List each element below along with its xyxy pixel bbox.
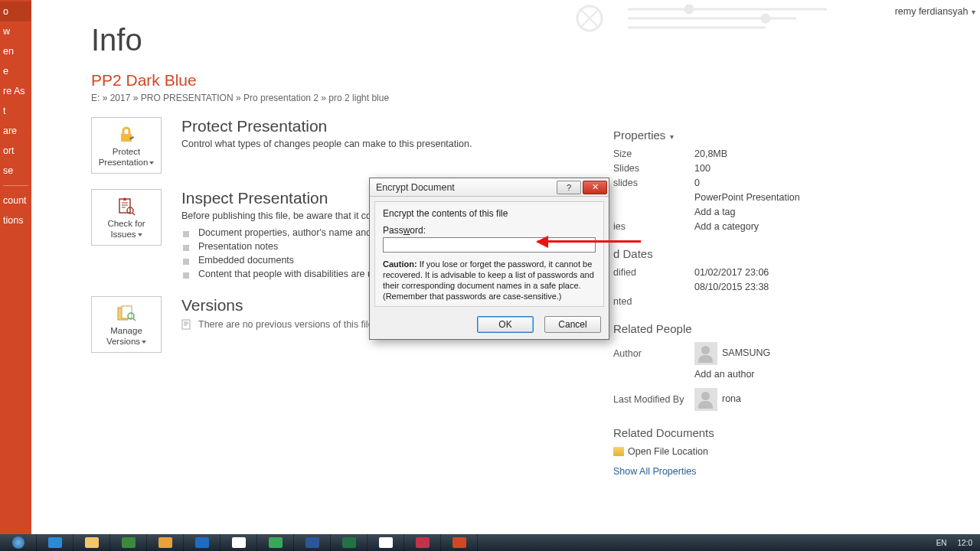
prop-printed-key: nted xyxy=(613,296,694,307)
taskbar-app[interactable] xyxy=(441,534,478,551)
ok-button[interactable]: OK xyxy=(477,316,534,333)
related-people-header: Related People xyxy=(613,322,881,335)
protect-heading: Protect Presentation xyxy=(181,117,472,135)
sidebar-item-save[interactable]: e xyxy=(0,61,31,81)
versions-icon xyxy=(116,303,137,324)
add-author-link[interactable]: Add an author xyxy=(694,369,755,380)
protect-presentation-button[interactable]: Protect Presentation xyxy=(91,117,162,174)
prop-hidden-slides-key: slides xyxy=(613,178,694,188)
dialog-title: Encrypt Document xyxy=(376,182,455,193)
related-dates-header: d Dates xyxy=(613,247,881,260)
avatar-icon xyxy=(694,342,717,365)
prop-pres-type: PowerPoint Presentation xyxy=(694,192,800,203)
prop-modified-value: 01/02/2017 23:06 xyxy=(694,267,769,278)
list-item: Document properties, author's name and xyxy=(181,226,373,240)
prop-hidden-slides-value: 0 xyxy=(694,178,700,188)
dialog-lead-text: Encrypt the contents of this file xyxy=(383,208,596,219)
taskbar-app[interactable] xyxy=(147,534,184,551)
inspect-bullet-list: Document properties, author's name and P… xyxy=(181,226,373,281)
avatar-icon xyxy=(694,388,717,411)
related-documents-header: Related Documents xyxy=(613,426,881,439)
properties-header[interactable]: Properties ▾ xyxy=(613,129,881,142)
add-tag-link[interactable]: Add a tag xyxy=(694,207,736,217)
list-item: Content that people with disabilities ar… xyxy=(181,267,373,281)
inspect-heading: Inspect Presentation xyxy=(181,189,373,207)
taskbar-app[interactable] xyxy=(294,534,331,551)
cancel-button[interactable]: Cancel xyxy=(544,316,601,333)
taskbar-app[interactable] xyxy=(368,534,404,551)
sidebar-item-print[interactable]: t xyxy=(0,101,31,121)
prop-slides-key: Slides xyxy=(613,163,694,174)
prop-size-value: 20,8MB xyxy=(694,148,727,159)
taskbar-app[interactable] xyxy=(404,534,441,551)
start-button[interactable] xyxy=(0,534,37,551)
svg-rect-8 xyxy=(182,320,190,329)
svg-rect-6 xyxy=(122,306,132,318)
sidebar-item-share[interactable]: are xyxy=(0,121,31,141)
tray-language[interactable]: EN xyxy=(936,539,947,547)
sidebar-item-info[interactable]: o xyxy=(0,2,31,21)
prop-created-value: 08/10/2015 23:38 xyxy=(694,282,769,292)
tray-clock[interactable]: 12:0 xyxy=(958,539,972,547)
encrypt-document-dialog: Encrypt Document ? ✕ Encrypt the content… xyxy=(369,178,609,340)
add-category-link[interactable]: Add a category xyxy=(694,221,759,232)
folder-icon xyxy=(613,447,624,456)
list-item: Presentation notes xyxy=(181,240,373,253)
document-title: PP2 Dark Blue xyxy=(91,71,980,90)
dialog-close-button[interactable]: ✕ xyxy=(583,181,607,194)
manage-versions-button[interactable]: Manage Versions xyxy=(91,296,162,353)
check-for-issues-button[interactable]: Check for Issues xyxy=(91,189,162,246)
taskbar-app[interactable] xyxy=(220,534,257,551)
dialog-titlebar[interactable]: Encrypt Document ? ✕ xyxy=(370,178,609,197)
user-name-label[interactable]: remy ferdiansyah ▾ xyxy=(895,6,975,17)
prop-slides-value: 100 xyxy=(694,163,710,174)
dialog-help-button[interactable]: ? xyxy=(557,181,581,194)
sidebar-item-close[interactable]: se xyxy=(0,161,31,181)
prop-lastmod-key: Last Modified By xyxy=(613,394,694,405)
sidebar-item-open[interactable]: en xyxy=(0,41,31,61)
taskbar-app[interactable] xyxy=(74,534,110,551)
sidebar-item-export[interactable]: ort xyxy=(0,141,31,161)
properties-panel: Properties ▾ Size20,8MB Slides100 slides… xyxy=(613,129,881,477)
inspect-desc: Before publishing this file, be aware th… xyxy=(181,210,373,221)
password-input[interactable] xyxy=(383,237,596,253)
page-title: Info xyxy=(91,23,980,57)
taskbar-app[interactable] xyxy=(184,534,220,551)
taskbar-app[interactable] xyxy=(37,534,74,551)
windows-taskbar: EN 12:0 xyxy=(0,534,980,551)
prop-modified-key: dified xyxy=(613,267,694,278)
prop-author-value: SAMSUNG xyxy=(722,347,770,358)
taskbar-app[interactable] xyxy=(257,534,294,551)
sidebar-item-saveas[interactable]: re As xyxy=(0,81,31,101)
prop-lastmod-value: rona xyxy=(722,393,741,404)
sidebar-item-account[interactable]: count xyxy=(0,191,31,210)
show-all-properties-link[interactable]: Show All Properties xyxy=(613,466,881,477)
system-tray[interactable]: EN 12:0 xyxy=(929,539,980,547)
list-item: Embedded documents xyxy=(181,253,373,267)
versions-heading: Versions xyxy=(181,296,376,315)
sidebar-item-options[interactable]: tions xyxy=(0,210,31,230)
prop-categories-key: ies xyxy=(613,221,694,232)
lock-icon xyxy=(116,124,136,145)
open-file-location-link[interactable]: Open File Location xyxy=(613,446,708,457)
taskbar-app[interactable] xyxy=(331,534,368,551)
taskbar-app[interactable] xyxy=(110,534,147,551)
prop-size-key: Size xyxy=(613,148,694,159)
versions-desc: There are no previous versions of this f… xyxy=(198,319,376,330)
inspect-icon xyxy=(116,196,136,217)
backstage-sidebar: o w en e re As t are ort se count tions xyxy=(0,0,31,534)
sidebar-item-new[interactable]: w xyxy=(0,21,31,41)
prop-author-key: Author xyxy=(613,348,694,359)
svg-rect-3 xyxy=(119,199,130,213)
dialog-caution-text: Caution: If you lose or forget the passw… xyxy=(383,259,596,302)
protect-desc: Control what types of changes people can… xyxy=(181,139,472,149)
password-label: Password: xyxy=(383,225,596,236)
page-icon xyxy=(181,319,192,330)
sidebar-divider xyxy=(3,185,28,186)
breadcrumb: E: » 2017 » PRO PRESENTATION » Pro prese… xyxy=(91,93,980,103)
